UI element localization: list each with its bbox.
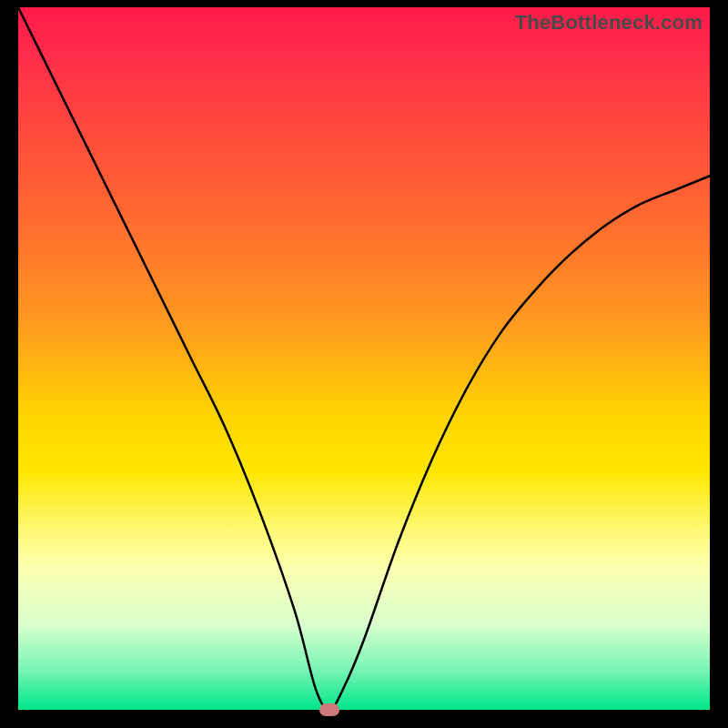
- bottleneck-curve-path: [18, 7, 710, 710]
- plot-area: TheBottleneck.com: [18, 7, 710, 710]
- curve-svg: [18, 7, 710, 710]
- optimal-marker: [319, 703, 339, 716]
- chart-frame: TheBottleneck.com: [0, 0, 728, 728]
